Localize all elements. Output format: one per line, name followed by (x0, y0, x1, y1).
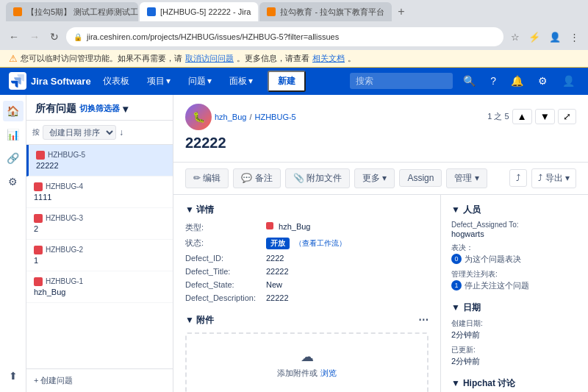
warning-text-3: 。 (348, 53, 356, 64)
expand-icon[interactable]: ⤢ (558, 109, 576, 124)
app-sidebar: 🏠 📊 🔗 ⚙ ⬆ (0, 95, 26, 392)
updated-value: 2分钟前 (451, 356, 578, 367)
field-status-value: 开放 （查看工作流） (266, 238, 429, 249)
logo-text: Jira Software (31, 76, 91, 87)
nav-dashboard[interactable]: 仪表板 (97, 72, 135, 90)
sidebar-up-icon[interactable]: ⬆ (3, 366, 24, 386)
issue-item-hzhbug1[interactable]: HZHBUG-1 hzh_Bug (26, 271, 173, 303)
issue-summary: 22222 (36, 161, 165, 170)
address-bar: ← → ↻ 🔒 jira.ceshiren.com/projects/HZHBU… (0, 24, 588, 50)
vote-action[interactable]: 0 为这个问题表决 (451, 254, 578, 265)
field-defect-desc-label: Defect_Description: (185, 293, 266, 302)
more-button[interactable]: 更多 ▾ (354, 168, 395, 188)
sort-select[interactable]: 创建日期 排序 (43, 125, 116, 140)
updated-label: 已更新: (451, 345, 578, 355)
breadcrumb-project[interactable]: hzh_Bug (215, 113, 246, 121)
assign-button[interactable]: Assign (399, 169, 442, 187)
issue-item-hzhbug3[interactable]: HZHBUG-3 2 (26, 208, 173, 240)
sidebar-link-icon[interactable]: 🔗 (3, 148, 24, 168)
tab-active[interactable]: [HZHBUG-5] 22222 - Jira (140, 2, 258, 21)
new-tab-button[interactable]: + (393, 5, 409, 18)
tab-label-1: 【拉勾5期】 测试工程师测试工作 × (26, 7, 138, 18)
watch-badge: 1 (451, 280, 462, 291)
browser-actions: ☆ ⚡ 👤 ⋮ (508, 30, 582, 44)
extensions-button[interactable]: ⚡ (526, 30, 543, 44)
issue-item-hzhbug4[interactable]: HZHBUG-4 1111 (26, 177, 173, 208)
edit-button[interactable]: ✏ 编辑 (185, 168, 229, 188)
nav-boards[interactable]: 面板 ▾ (223, 72, 259, 90)
created-value: 2分钟前 (451, 329, 578, 341)
warning-text: 您可以临时访问管理功能。如果不再需要，请 (21, 53, 182, 64)
back-button[interactable]: ← (6, 29, 22, 44)
tab-inactive-3[interactable]: 拉勾教育 - 拉勾旗下教育平台 (259, 2, 392, 21)
field-defect-state-label: Defect_State: (185, 280, 266, 289)
watch-action[interactable]: 1 停止关注这个问题 (451, 280, 578, 291)
sidebar-chart-icon[interactable]: 📊 (3, 124, 24, 145)
comment-button[interactable]: 💬 备注 (233, 168, 280, 188)
workflow-link[interactable]: （查看工作流） (295, 239, 346, 247)
share-icon-button[interactable]: ⤴ (509, 169, 527, 187)
bookmark-button[interactable]: ☆ (508, 30, 523, 44)
attach-button[interactable]: 📎 附加文件 (285, 168, 350, 188)
create-button[interactable]: 新建 (268, 71, 306, 92)
menu-button[interactable]: ⋮ (567, 30, 582, 44)
hipchat-section: ▼ Hipchat 讨论 (451, 377, 578, 390)
attachments-section: ▼ 附件 ⋯ ☁ 添加附件或 浏览 (185, 314, 429, 392)
people-section-title[interactable]: ▼ 人员 (451, 204, 578, 216)
details-section-header[interactable]: ▼ 详情 (185, 204, 429, 216)
profile-icon[interactable]: 👤 (558, 72, 579, 90)
sort-direction-icon[interactable]: ↓ (119, 127, 123, 138)
search-icon[interactable]: 🔍 (459, 72, 480, 90)
sidebar-settings-icon[interactable]: ⚙ (3, 171, 24, 192)
breadcrumb-separator: / (249, 113, 251, 121)
pagination-down[interactable]: ▼ (535, 109, 555, 124)
notifications-icon[interactable]: 🔔 (506, 72, 528, 90)
jira-logo: Jira Software (9, 72, 91, 90)
forward-button[interactable]: → (26, 29, 43, 44)
defect-assigned-label: Defect_Assigned To: (451, 221, 578, 229)
date-section-title[interactable]: ▼ 日期 (451, 302, 578, 314)
create-issue-button[interactable]: + 创建问题 (26, 368, 173, 392)
attachments-options[interactable]: ⋯ (418, 314, 429, 326)
issue-item-hzhbug2[interactable]: HZHBUG-2 1 (26, 240, 173, 271)
tab-bar: 【拉勾5期】 测试工程师测试工作 × [HZHBUG-5] 22222 - Ji… (0, 0, 588, 24)
vote-label: 表决： (451, 243, 578, 253)
help-icon[interactable]: ? (486, 72, 501, 90)
nav-projects[interactable]: 项目 ▾ (141, 72, 176, 90)
breadcrumb-issue[interactable]: HZHBUG-5 (255, 113, 296, 121)
issue-key-5: HZHBUG-1 (46, 277, 83, 285)
related-doc-link[interactable]: 相关文档 (312, 53, 345, 64)
filter-toggle[interactable]: 切换筛选器 (79, 103, 120, 114)
issue-detail-header: 🐛 hzh_Bug / HZHBUG-5 1 之 5 ▲ ▼ ⤢ 22222 (173, 95, 588, 163)
browse-link[interactable]: 浏览 (320, 368, 337, 377)
manage-button[interactable]: 管理 ▾ (446, 168, 487, 188)
pagination-up[interactable]: ▲ (512, 109, 532, 124)
field-type-label: 类型: (185, 222, 266, 233)
reload-button[interactable]: ↻ (47, 29, 62, 44)
url-bar[interactable]: 🔒 jira.ceshiren.com/projects/HZHBUG/issu… (66, 27, 503, 46)
sidebar-home-icon[interactable]: 🏠 (3, 101, 24, 121)
field-defect-id-label: Defect_ID: (185, 254, 266, 263)
cancel-access-link[interactable]: 取消访问问题 (185, 53, 234, 64)
issue-summary-2: 1111 (34, 193, 165, 202)
search-input[interactable] (350, 73, 453, 89)
field-status-label: 状态: (185, 238, 266, 249)
export-button[interactable]: ⤴ 导出 ▾ (531, 168, 576, 188)
created-field: 创建日期: 2分钟前 (451, 318, 578, 341)
issue-type-icon (36, 151, 45, 160)
field-defect-state-value: New (266, 280, 429, 289)
nav-issues[interactable]: 问题 ▾ (182, 72, 218, 90)
attachments-header[interactable]: ▼ 附件 ⋯ (185, 314, 429, 327)
jira-logo-icon (9, 72, 26, 90)
tab-inactive-1[interactable]: 【拉勾5期】 测试工程师测试工作 × (6, 2, 138, 21)
issue-item-hzhbug5[interactable]: HZHBUG-5 22222 (26, 145, 173, 177)
hipchat-section-title[interactable]: ▼ Hipchat 讨论 (451, 377, 578, 390)
issue-key-4: HZHBUG-2 (46, 246, 83, 254)
attachment-drop-area[interactable]: ☁ 添加附件或 浏览 (185, 332, 429, 392)
field-defect-desc-value: 22222 (266, 293, 429, 302)
watch-action-text: 停止关注这个问题 (465, 280, 529, 291)
profile-button[interactable]: 👤 (546, 30, 564, 44)
issue-detail: 🐛 hzh_Bug / HZHBUG-5 1 之 5 ▲ ▼ ⤢ 22222 ✏… (173, 95, 588, 392)
tab-label-2: [HZHBUG-5] 22222 - Jira (160, 7, 251, 16)
settings-icon[interactable]: ⚙ (534, 72, 552, 90)
